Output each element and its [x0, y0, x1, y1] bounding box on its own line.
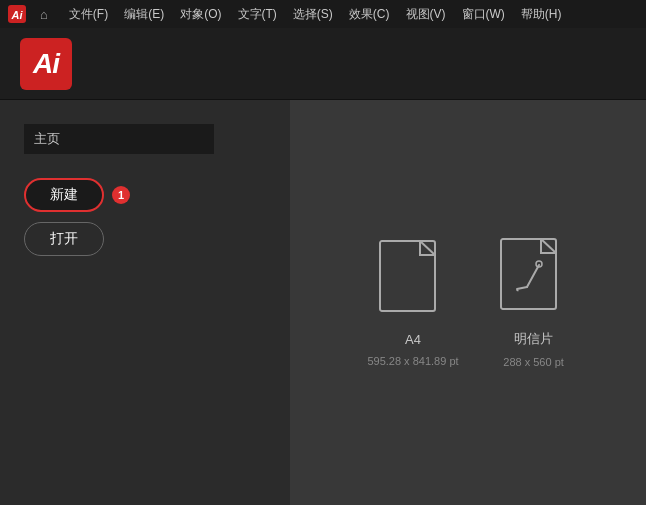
- home-button[interactable]: ⌂: [34, 5, 54, 24]
- template-a4[interactable]: A4 595.28 x 841.89 pt: [367, 239, 458, 367]
- template-a4-name: A4: [405, 332, 421, 347]
- search-input[interactable]: [24, 124, 214, 154]
- brush-document-icon: [499, 237, 569, 322]
- title-bar: Ai ⌂ 文件(F) 编辑(E) 对象(O) 文字(T) 选择(S) 效果(C)…: [0, 0, 646, 28]
- menu-effect[interactable]: 效果(C): [342, 4, 397, 25]
- title-logo-icon: Ai: [8, 5, 26, 23]
- app-header: Ai: [0, 28, 646, 100]
- svg-text:Ai: Ai: [11, 9, 24, 21]
- menu-edit[interactable]: 编辑(E): [117, 4, 171, 25]
- svg-line-7: [517, 287, 527, 289]
- template-postcard[interactable]: 明信片 288 x 560 pt: [499, 237, 569, 368]
- svg-line-5: [541, 239, 556, 253]
- new-badge: 1: [112, 186, 130, 204]
- menu-window[interactable]: 窗口(W): [455, 4, 512, 25]
- svg-line-6: [527, 265, 539, 287]
- sidebar: 新建 1 打开: [0, 100, 290, 505]
- content-area: A4 595.28 x 841.89 pt 明信片 288 x 560 pt: [290, 100, 646, 505]
- svg-rect-4: [501, 239, 556, 309]
- menu-file[interactable]: 文件(F): [62, 4, 115, 25]
- menu-select[interactable]: 选择(S): [286, 4, 340, 25]
- menu-bar: 文件(F) 编辑(E) 对象(O) 文字(T) 选择(S) 效果(C) 视图(V…: [62, 4, 638, 25]
- menu-object[interactable]: 对象(O): [173, 4, 228, 25]
- open-button[interactable]: 打开: [24, 222, 104, 256]
- main-content: 新建 1 打开 A4 595.28 x 841.89 pt: [0, 100, 646, 505]
- svg-rect-2: [380, 241, 435, 311]
- menu-text[interactable]: 文字(T): [231, 4, 284, 25]
- menu-view[interactable]: 视图(V): [399, 4, 453, 25]
- new-button[interactable]: 新建: [24, 178, 104, 212]
- template-postcard-name: 明信片: [514, 330, 553, 348]
- document-icon: [378, 239, 448, 324]
- app-logo: Ai: [20, 38, 72, 90]
- menu-help[interactable]: 帮助(H): [514, 4, 569, 25]
- new-button-wrapper: 新建 1: [24, 178, 266, 212]
- app-logo-text: Ai: [33, 50, 59, 78]
- template-a4-dimensions: 595.28 x 841.89 pt: [367, 355, 458, 367]
- svg-line-3: [420, 241, 435, 255]
- template-postcard-dimensions: 288 x 560 pt: [503, 356, 564, 368]
